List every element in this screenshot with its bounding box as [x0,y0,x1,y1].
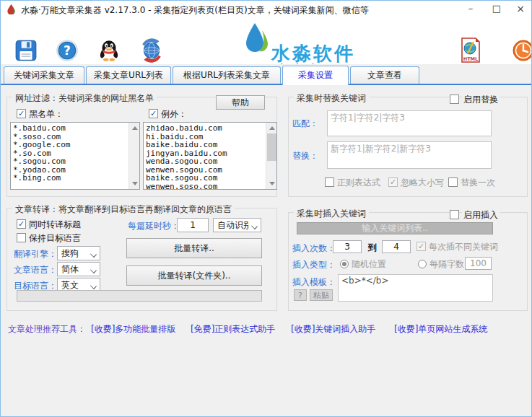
app-window: 水淼·万能文章采集器 v2.17.3.0 - 采集指定列表页(栏目页)文章，关键… [0,0,532,417]
source-lang-value: 简体 [58,263,88,276]
scroll-up-icon[interactable] [129,123,140,133]
chevron-down-icon [88,263,100,276]
template-help-button[interactable]: ? [294,289,307,301]
list-item[interactable]: *.sogou.com [13,157,126,166]
engine-label: 翻译引擎： [14,248,57,260]
insert-group-title: 采集时插入关键词 [294,208,369,220]
engine-select[interactable]: 搜狗 [57,246,100,260]
clock-icon [502,37,532,63]
enable-replace-checkbox[interactable] [450,95,459,104]
list-item[interactable]: wenda.sogou.com [146,157,263,166]
keep-target-lang-label: 保持目标语言 [29,232,81,245]
chevron-down-icon [88,247,100,260]
tab-underline [1,84,531,85]
random-position-radio[interactable] [340,260,349,268]
different-keyword-checkbox[interactable] [417,242,426,251]
footer-link-batch-typeset[interactable]: [收费]多功能批量排版 [91,323,175,335]
minimize-button[interactable]: – [458,1,483,17]
exception-listbox[interactable]: zhidao.baidu.com hi.baidu.com baike.baid… [143,122,277,190]
tab-collect-settings[interactable]: 采集设置 [282,66,349,85]
match-textarea[interactable] [327,110,492,136]
to-label: 到 [368,242,377,254]
blacklist-checkbox[interactable] [17,109,26,118]
detect-language-value: 自动识别 [214,219,249,232]
tab-keyword-collect[interactable]: 关键词采集文章 [4,66,84,84]
keep-target-lang-checkbox[interactable] [17,233,26,242]
insert-template-label: 插入模板： [292,276,336,289]
batch-translate-button[interactable]: 批量转译.. [126,238,262,258]
scroll-up-icon[interactable] [266,123,277,133]
list-item[interactable]: baike.sogou.com [146,174,263,183]
globe-icon [126,37,177,63]
footer-link-keyword-insert[interactable]: [收费]关键词插入助手 [291,323,375,335]
scrollbar[interactable] [128,123,139,189]
scrollbar-thumb[interactable] [267,133,276,161]
ignore-case-checkbox[interactable] [388,177,398,187]
scroll-down-icon[interactable] [266,179,277,189]
chevron-down-icon [249,219,261,232]
insert-times-to-input[interactable]: 4 [382,240,411,253]
tab-article-view[interactable]: 文章查看 [350,66,419,84]
exception-checkbox[interactable] [149,109,158,118]
regex-label: 正则表达式 [337,177,380,189]
source-lang-select[interactable]: 简体 [57,262,100,276]
list-item[interactable]: *.baidu.com [13,124,126,133]
app-icon [6,4,17,14]
html-page-icon: HTML [448,37,493,63]
replace-once-checkbox[interactable] [448,177,458,187]
replace-textarea[interactable] [327,141,492,169]
input-keyword-list-button[interactable]: 输入关键词列表.. [297,222,493,234]
insert-times-label: 插入次数： [292,242,336,255]
exception-label: 例外： [161,108,187,120]
interval-chars-input[interactable]: 100 [465,257,492,270]
interval-radio[interactable] [418,260,427,268]
random-position-label: 随机位置 [352,258,386,271]
translate-group-title: 文章转译：将文章翻译到目标语言再翻译回文章的原语言 [12,203,235,216]
blacklist-label: 黑名单： [29,108,64,120]
ignore-case-label: 忽略大小写 [401,177,444,189]
tab-url-list[interactable]: 采集文章URL列表 [86,66,171,84]
translate-progress-bar [17,290,262,302]
translate-title-label: 同时转译标题 [29,219,81,231]
match-label: 匹配： [292,118,318,130]
tab-collect-by-url[interactable]: 根据URL列表采集文章 [173,66,281,84]
list-item[interactable]: *.google.com [13,141,126,149]
toolbar: 保存配置 ? 疑点说明 [1,17,531,64]
maximize-button[interactable]: □ [484,1,509,17]
scrollbar[interactable] [266,123,276,189]
footer-link-regex-helper[interactable]: [免费]正则表达式助手 [191,323,275,335]
close-button[interactable]: × [508,1,532,17]
delay-input[interactable]: 1 [177,218,209,232]
translate-title-checkbox[interactable] [17,219,26,229]
footer-link-single-page-site[interactable]: [收费]单页网站生成系统 [394,323,487,335]
regex-checkbox[interactable] [325,177,334,187]
list-item[interactable]: wenwen.soso.com [146,183,263,190]
insert-template-textarea[interactable]: <b>*</b> [338,274,493,302]
shuimiao-logo-icon [245,22,269,55]
replace-once-label: 替换一次 [461,177,495,189]
insert-times-from-input[interactable]: 3 [333,240,362,253]
footer-tools-label: 文章处理推荐工具： [8,323,86,335]
list-item[interactable]: baike.baidu.com [146,141,263,149]
title-bar: 水淼·万能文章采集器 v2.17.3.0 - 采集指定列表页(栏目页)文章，关键… [1,1,531,17]
help-button[interactable]: 帮助 [216,95,265,110]
interval-label: 每隔字数 [429,258,464,271]
scroll-down-icon[interactable] [129,179,140,189]
source-lang-label: 文章语言： [14,264,57,276]
enable-replace-label: 启用替换 [462,94,500,106]
list-item[interactable]: *.bing.com [13,174,126,183]
svg-text:HTML: HTML [463,56,478,62]
batch-translate-folder-button[interactable]: 批量转译(文件夹).. [126,265,262,286]
svg-text:?: ? [64,43,71,58]
replace-label: 替换： [292,150,318,162]
replace-group-title: 采集时替换关键词 [294,92,369,105]
detect-language-select[interactable]: 自动识别 [213,218,261,232]
list-item[interactable]: zhidao.baidu.com [146,124,263,133]
delay-label: 每篇延时秒： [128,220,180,232]
url-filter-group-title: 网址过滤：关键词采集的网址黑名单 [12,92,157,105]
enable-insert-label: 启用插入 [462,209,500,221]
enable-insert-checkbox[interactable] [450,210,459,219]
blacklist-listbox[interactable]: *.baidu.com *.soso.com *.google.com *.so… [10,122,140,190]
different-keyword-label: 每次插不同关键词 [429,241,498,253]
paste-button[interactable]: 粘贴 [310,289,333,301]
